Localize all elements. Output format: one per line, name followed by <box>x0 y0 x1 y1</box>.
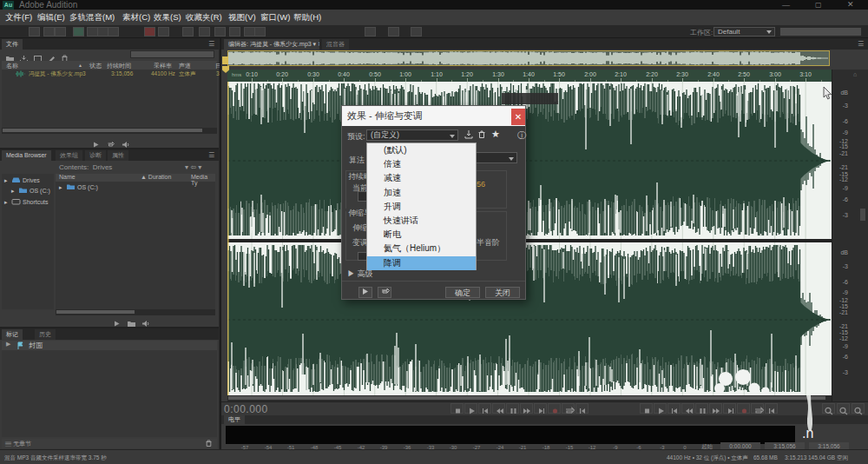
svg-text:.n: .n <box>802 426 813 441</box>
